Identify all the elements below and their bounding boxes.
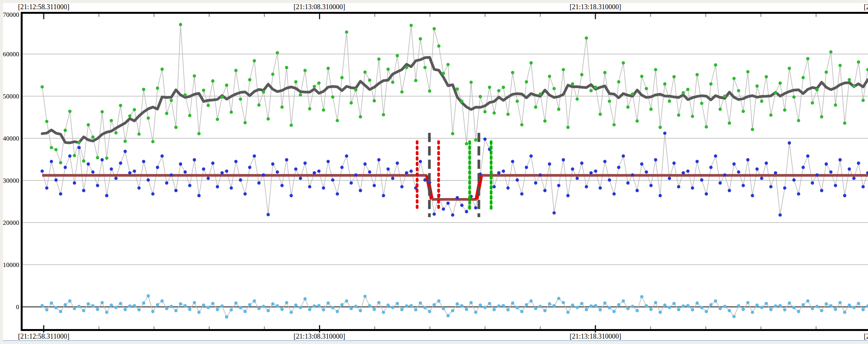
data-point	[82, 189, 85, 192]
data-point	[165, 307, 169, 310]
data-point	[285, 301, 288, 305]
x-axis-label-top-3: [21:13:18.310000]	[570, 3, 621, 11]
data-point	[396, 162, 399, 165]
data-point	[714, 299, 717, 303]
data-point	[451, 132, 454, 136]
data-point	[645, 304, 648, 308]
data-point	[811, 307, 814, 310]
data-point	[709, 82, 713, 86]
data-point	[520, 310, 524, 313]
data-point	[184, 170, 187, 174]
data-point	[266, 309, 270, 313]
data-point	[174, 309, 178, 313]
data-point	[345, 154, 349, 158]
data-point	[751, 194, 754, 197]
data-point	[146, 294, 150, 298]
data-point	[672, 162, 676, 165]
data-point	[622, 299, 625, 303]
data-point	[746, 158, 750, 162]
data-point	[87, 123, 90, 127]
timeseries-chart-canvas[interactable]: [21:12:58.311000] [21:13:08.310000] [21:…	[0, 0, 868, 344]
data-point	[598, 187, 602, 190]
data-point	[580, 73, 584, 77]
data-point	[483, 306, 487, 309]
data-point	[216, 185, 219, 188]
data-point	[617, 303, 621, 306]
data-point	[677, 113, 681, 117]
data-point	[170, 99, 173, 102]
data-point	[336, 310, 339, 313]
data-point	[811, 181, 814, 185]
data-point	[110, 167, 113, 171]
data-point	[705, 310, 708, 313]
data-point	[617, 80, 621, 84]
data-point	[82, 309, 85, 313]
data-point	[105, 156, 108, 160]
data-point	[313, 171, 316, 175]
data-point	[686, 304, 690, 307]
data-point	[585, 185, 588, 188]
data-point	[119, 162, 122, 165]
data-point	[608, 306, 611, 310]
data-point	[746, 70, 750, 74]
data-point	[608, 100, 611, 103]
data-point	[769, 113, 773, 117]
data-point	[128, 171, 132, 175]
data-point	[585, 36, 588, 40]
data-point	[815, 88, 819, 92]
data-point	[59, 192, 62, 196]
data-point	[294, 167, 298, 171]
data-point	[465, 210, 469, 213]
data-point	[668, 177, 671, 180]
data-point	[73, 307, 76, 310]
data-point	[207, 104, 210, 107]
data-point	[156, 303, 159, 306]
data-point	[663, 82, 667, 86]
data-point	[470, 80, 473, 84]
data-point	[64, 129, 67, 132]
data-point	[552, 304, 556, 308]
data-point	[529, 299, 533, 303]
data-point	[419, 37, 422, 41]
data-point	[110, 303, 113, 307]
data-point	[400, 90, 404, 94]
data-point	[386, 67, 390, 71]
data-point	[382, 311, 385, 314]
data-point	[741, 110, 745, 113]
data-point	[432, 303, 436, 306]
data-point	[322, 187, 326, 190]
data-point	[331, 95, 335, 99]
data-point	[193, 74, 196, 78]
data-point	[723, 173, 727, 177]
data-point	[432, 27, 436, 31]
data-point	[193, 301, 196, 305]
data-point	[764, 75, 768, 79]
data-point	[114, 131, 118, 134]
data-point	[829, 304, 833, 308]
x-axis-label-top-1: [21:12:58.311000]	[18, 3, 69, 11]
data-point	[414, 79, 418, 82]
data-point	[783, 108, 787, 112]
data-point	[539, 173, 542, 177]
data-point	[622, 154, 625, 158]
data-point	[211, 302, 215, 305]
data-point	[691, 115, 694, 118]
data-point	[843, 311, 847, 314]
data-point	[73, 181, 76, 185]
data-point	[391, 177, 395, 180]
data-point	[580, 302, 584, 305]
data-point	[216, 308, 219, 311]
data-point	[594, 170, 597, 173]
data-point	[497, 89, 501, 92]
data-point	[774, 91, 778, 95]
data-point	[700, 179, 704, 182]
data-point	[516, 100, 519, 103]
data-point	[539, 92, 542, 96]
data-point	[41, 85, 44, 89]
data-point	[202, 303, 205, 307]
data-point	[511, 71, 515, 74]
data-point	[266, 213, 270, 216]
data-point	[534, 105, 538, 109]
data-point	[197, 311, 201, 314]
data-point	[566, 194, 570, 197]
